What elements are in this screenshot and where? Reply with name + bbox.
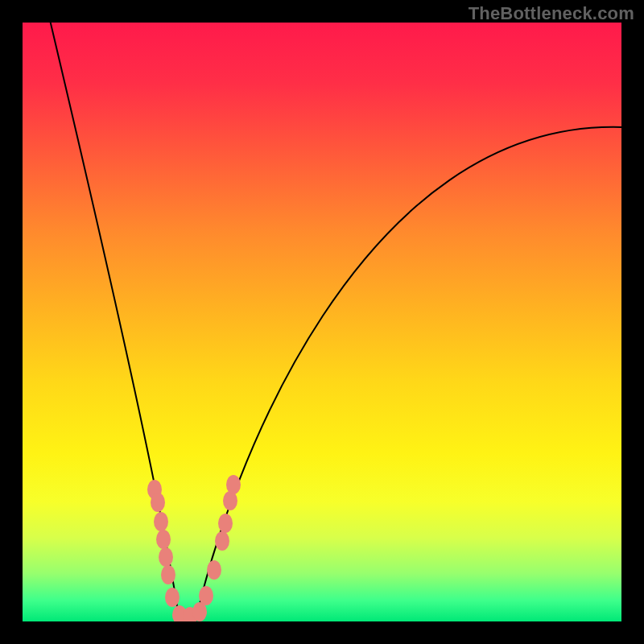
bottleneck-curve — [23, 23, 621, 621]
curve-marker — [159, 547, 173, 567]
curve-marker — [154, 512, 168, 531]
curve-markers — [147, 475, 241, 621]
curve-marker — [226, 475, 241, 494]
curve-marker — [161, 565, 175, 584]
plot-area — [23, 23, 621, 621]
curve-marker — [156, 530, 171, 549]
curve-marker — [218, 514, 233, 533]
curve-marker — [165, 588, 180, 607]
curve-marker — [215, 531, 229, 551]
curve-marker — [199, 586, 213, 605]
watermark-text: TheBottleneck.com — [469, 3, 634, 24]
chart-frame: TheBottleneck.com — [0, 0, 644, 644]
curve-marker — [207, 560, 221, 580]
curve-marker — [151, 493, 165, 512]
